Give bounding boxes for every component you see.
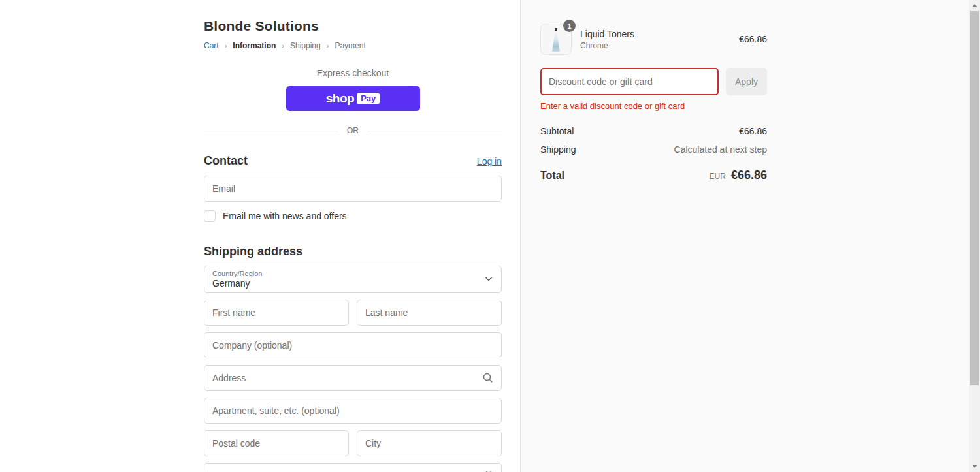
product-price: €66.86 — [739, 34, 767, 44]
chevron-right-icon: › — [225, 42, 227, 50]
total-value: €66.86 — [731, 168, 767, 182]
scrollbar-down-arrow[interactable] — [969, 461, 980, 472]
shop-pay-badge: Pay — [357, 93, 380, 104]
checkout-main-pane: Blonde Solutions Cart › Information › Sh… — [0, 0, 521, 472]
newsletter-checkbox[interactable] — [204, 210, 216, 222]
or-divider: OR — [204, 126, 502, 135]
chevron-right-icon: › — [327, 42, 329, 50]
last-name-input[interactable] — [357, 300, 502, 326]
product-bottle-image — [552, 28, 560, 52]
login-link[interactable]: Log in — [477, 156, 502, 166]
discount-error-message: Enter a valid discount code or gift card — [540, 101, 767, 111]
search-icon — [482, 372, 494, 384]
city-input[interactable] — [357, 430, 502, 456]
shipping-value: Calculated at next step — [674, 144, 767, 155]
contact-section-title: Contact — [204, 154, 248, 168]
subtotal-label: Subtotal — [540, 126, 574, 136]
country-select-label: Country/Region — [212, 270, 493, 277]
breadcrumb-payment: Payment — [335, 41, 365, 50]
scrollbar[interactable] — [969, 0, 980, 472]
shipping-label: Shipping — [540, 144, 576, 155]
chevron-right-icon: › — [282, 42, 284, 50]
chevron-down-icon — [485, 276, 493, 281]
breadcrumb-shipping: Shipping — [290, 41, 321, 50]
scrollbar-up-arrow[interactable] — [969, 0, 980, 11]
product-name: Liquid Toners — [580, 29, 739, 39]
apartment-input[interactable] — [204, 398, 502, 424]
cart-line-item: 1 Liquid Toners Chrome €66.86 — [540, 24, 767, 55]
store-title: Blonde Solutions — [204, 18, 502, 34]
scrollbar-thumb[interactable] — [970, 11, 979, 385]
order-summary-pane: 1 Liquid Toners Chrome €66.86 Apply Ente… — [521, 0, 969, 472]
discount-code-input[interactable] — [540, 68, 719, 95]
product-variant: Chrome — [580, 41, 739, 50]
company-input[interactable] — [204, 332, 502, 358]
quantity-badge: 1 — [563, 20, 576, 32]
shop-pay-logo: shop — [326, 91, 354, 106]
total-currency: EUR — [710, 172, 726, 181]
newsletter-label: Email me with news and offers — [223, 211, 347, 221]
postal-code-input[interactable] — [204, 430, 349, 456]
totals-section: Subtotal €66.86 Shipping Calculated at n… — [540, 126, 767, 182]
product-thumbnail: 1 — [540, 24, 572, 55]
breadcrumb-cart[interactable]: Cart — [204, 41, 219, 50]
first-name-input[interactable] — [204, 300, 349, 326]
shop-pay-button[interactable]: shop Pay — [286, 86, 420, 111]
shipping-section-title: Shipping address — [204, 245, 502, 259]
country-select-value: Germany — [212, 278, 493, 289]
breadcrumb-information: Information — [233, 41, 276, 50]
express-checkout-label: Express checkout — [204, 68, 502, 78]
apply-discount-button[interactable]: Apply — [726, 68, 767, 95]
email-input[interactable] — [204, 176, 502, 202]
or-label: OR — [338, 126, 368, 135]
address-input[interactable] — [204, 365, 502, 391]
phone-input[interactable] — [204, 463, 502, 472]
breadcrumb: Cart › Information › Shipping › Payment — [204, 41, 502, 50]
subtotal-value: €66.86 — [739, 126, 767, 136]
checkout-page: Blonde Solutions Cart › Information › Sh… — [0, 0, 969, 472]
country-select[interactable]: Country/Region Germany — [204, 266, 502, 293]
total-label: Total — [540, 170, 564, 181]
